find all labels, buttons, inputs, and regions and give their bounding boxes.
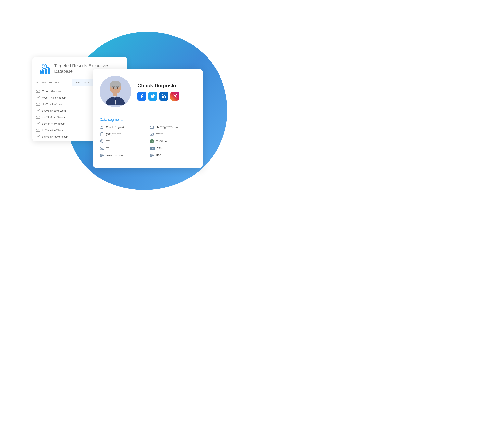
svg-point-20 [162,94,163,95]
field-id: ******* [150,132,196,136]
globe-icon [100,153,104,158]
field-revenue: $ ** Million [150,139,196,143]
email-text: ***yer**@incorta.com [42,96,66,99]
chevron-down-icon: ▼ [57,82,59,84]
data-segments-title: Data segments [100,118,196,122]
svg-point-28 [101,141,102,141]
country-icon [150,153,154,158]
bottom-divider [100,161,196,162]
svg-text:$: $ [44,65,45,68]
field-website-value: www.****.com [106,154,123,157]
profile-card: Chuck Duginski Data segme [92,69,203,168]
svg-point-19 [117,87,118,89]
field-email: chu***@*****.com [150,125,196,129]
svg-point-18 [113,87,114,89]
email-text: geo**sn@bc**el.com [42,109,66,112]
svg-point-23 [101,126,103,127]
field-location: ***** [100,139,146,143]
field-phone-value: (405)***-**** [106,133,121,136]
svg-rect-5 [48,68,50,74]
field-id-value: ******* [156,133,163,136]
profile-info: Chuck Duginski [137,83,196,101]
email-icon [36,128,40,132]
svg-rect-17 [113,93,117,96]
field-employees: *** [100,146,146,151]
svg-point-27 [151,134,152,134]
zip-icon: ZIP [150,147,155,150]
svg-point-6 [48,67,49,68]
field-name: Chuck Duginski [100,125,146,129]
email-text: da**mh@jk**rm.com [42,122,65,125]
col-recently-added[interactable]: RECENTLY ADDED ▼ [33,79,72,86]
field-employees-value: *** [106,147,109,150]
twitter-icon[interactable] [148,92,157,101]
email-icon [36,96,40,99]
chevron-down-icon: ▼ [88,82,90,84]
email-icon [36,116,40,119]
email-icon [36,122,40,125]
email-icon [36,109,40,112]
instagram-icon[interactable] [170,92,179,101]
svg-rect-3 [42,70,44,74]
svg-point-29 [101,147,102,149]
field-country: USA [150,153,196,158]
facebook-icon[interactable] [137,92,146,101]
field-location-value: ***** [106,140,111,143]
profile-name: Chuck Duginski [137,83,196,89]
field-email-value: chu***@*****.com [156,125,178,129]
email-icon [150,125,154,129]
email-text: ***ne***@ods.com [42,90,63,93]
profile-top: Chuck Duginski [100,76,196,113]
person-icon [100,125,104,129]
email-text: sha**on@ro**t.com [42,103,64,106]
chart-icon: $ [38,62,51,75]
svg-point-16 [110,81,121,88]
field-revenue-value: ** Million [156,140,166,143]
field-country-value: USA [156,154,162,157]
dollar-icon: $ [150,139,154,143]
field-name-value: Chuck Duginski [106,125,125,129]
email-text: emi**on@reu**ers.com [42,135,68,138]
linkedin-icon[interactable] [160,92,168,101]
field-website: www.****.com [100,153,146,158]
data-grid: Chuck Duginski chu***@*****.com (405)***… [100,125,196,158]
field-phone: (405)***-**** [100,132,146,136]
svg-rect-21 [173,94,177,98]
location-icon [100,139,104,143]
employees-icon [100,146,104,151]
svg-rect-4 [45,69,47,74]
email-icon [36,103,40,106]
svg-rect-2 [39,71,41,74]
email-text: tho**as@da**il.com [42,129,64,132]
email-text: mat**kl@me**kc.com [42,116,66,119]
field-zip-value: 73*** [157,147,163,150]
field-zip: ZIP 73*** [150,146,196,151]
id-icon [150,132,154,136]
email-icon [36,89,40,93]
avatar [100,76,131,107]
email-icon [36,135,40,138]
phone-icon [100,132,104,136]
social-icons [137,92,196,101]
